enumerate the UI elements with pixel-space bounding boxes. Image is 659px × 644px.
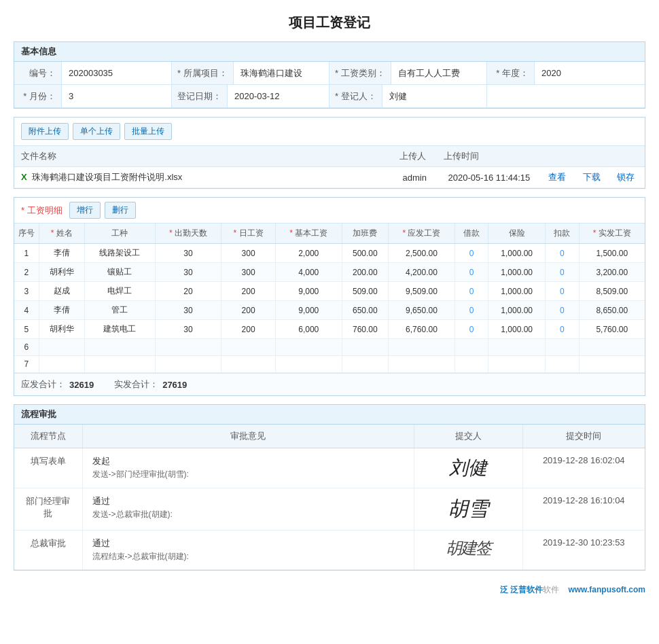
basic-info-header: 基本信息 (14, 42, 645, 62)
opinion-sub: 发送->部门经理审批(胡雪): (92, 469, 404, 480)
approval-time: 2019-12-30 10:23:53 (522, 531, 645, 570)
wage-overtime: 200.00 (342, 263, 389, 282)
wage-overtime: 509.00 (342, 282, 389, 301)
footer-url: www.fanpusoft.com (568, 585, 645, 594)
wage-col-days: * 出勤天数 (155, 223, 221, 244)
wage-insurance (488, 339, 546, 356)
reg-date-cell: 登记日期： 2020-03-12 (172, 85, 330, 108)
wage-overtime (342, 356, 389, 373)
wage-deduct (546, 356, 580, 373)
wage-base (275, 356, 342, 373)
wage-name: 赵成 (39, 282, 85, 301)
attach-toolbar: 附件上传 单个上传 批量上传 (14, 118, 645, 146)
wage-insurance: 1,000.00 (488, 320, 546, 339)
wage-type: 镶贴工 (85, 263, 156, 282)
wage-type: 管工 (85, 301, 156, 320)
opinion-main: 通过 (92, 537, 404, 550)
wage-seq: 1 (14, 244, 39, 263)
attach-time: 2020-05-16 11:44:15 (437, 167, 542, 188)
del-row-btn[interactable]: 删行 (105, 202, 136, 219)
approval-table: 流程节点 审批意见 提交人 提交时间 填写表单 发起 发送->部门经理审批(胡雪… (14, 425, 645, 570)
wage-loan: 0 (455, 301, 488, 320)
opinion-sub: 发送->总裁审批(胡建): (92, 509, 404, 520)
attach-btn[interactable]: 附件上传 (21, 123, 69, 140)
attach-col-uploader: 上传人 (393, 146, 437, 167)
wage-daily: 200 (221, 282, 276, 301)
wage-row: 4 李倩 管工 30 200 9,000 650.00 9,650.00 0 1… (14, 301, 645, 320)
actual-summary-value: 27619 (162, 380, 187, 390)
add-row-btn[interactable]: 增行 (69, 202, 101, 219)
attach-save[interactable]: 锁存 (610, 167, 645, 188)
registrar-cell: * 登记人： 刘健 (330, 85, 487, 108)
month-label: * 月份： (14, 85, 62, 107)
due-summary: 应发合计： 32619 (21, 378, 94, 391)
wage-due (389, 339, 455, 356)
wage-name: 李倩 (39, 244, 85, 263)
wage-days: 20 (155, 282, 221, 301)
attach-col-act3 (610, 146, 645, 167)
opinion-main: 通过 (92, 495, 404, 507)
id-label: 编号： (14, 62, 62, 84)
batch-upload-btn[interactable]: 批量上传 (124, 123, 172, 140)
approval-row: 部门经理审批 通过 发送->总裁审批(胡建): 胡雪 2019-12-28 16… (14, 488, 645, 531)
wage-seq: 4 (14, 301, 39, 320)
reg-date-label: 登记日期： (172, 85, 228, 107)
wage-row: 2 胡利华 镶贴工 30 300 4,000 200.00 4,200.00 0… (14, 263, 645, 282)
wage-due: 2,500.00 (389, 244, 455, 263)
attach-download[interactable]: 下载 (576, 167, 611, 188)
attach-col-time: 上传时间 (437, 146, 542, 167)
view-link[interactable]: 查看 (548, 172, 566, 182)
wage-insurance: 1,000.00 (488, 244, 546, 263)
wage-col-actual: * 实发工资 (579, 223, 645, 244)
download-link[interactable]: 下载 (583, 172, 601, 182)
wage-type: 建筑电工 (85, 320, 156, 339)
wage-due: 9,509.00 (389, 282, 455, 301)
wage-col-deduct: 扣款 (546, 223, 580, 244)
wage-type-value: 自有工人人工费 (391, 63, 486, 84)
wage-actual: 8,650.00 (579, 301, 645, 320)
wage-seq: 2 (14, 263, 39, 282)
wage-base: 9,000 (275, 301, 342, 320)
approval-col-submitter: 提交人 (414, 425, 522, 448)
attach-view[interactable]: 查看 (541, 167, 576, 188)
single-upload-btn[interactable]: 单个上传 (73, 123, 120, 140)
footer: 泛 泛普软件软件 www.fanpusoft.com (14, 579, 645, 601)
wage-type: 电焊工 (85, 282, 156, 301)
wage-base: 6,000 (275, 320, 342, 339)
wage-loan: 0 (455, 282, 488, 301)
attach-filename: X 珠海鹤港口建设项目工资附件说明.xlsx (14, 167, 393, 188)
wage-name: 胡利华 (39, 320, 85, 339)
wage-type (85, 339, 156, 356)
empty-cell (487, 85, 645, 108)
wage-deduct: 0 (546, 282, 580, 301)
wage-base: 2,000 (275, 244, 342, 263)
year-label: * 年度： (487, 62, 535, 84)
month-value: 3 (62, 87, 171, 105)
wage-days: 30 (155, 320, 221, 339)
save-link[interactable]: 锁存 (617, 172, 635, 182)
approval-col-opinion: 审批意见 (82, 425, 414, 448)
wage-table-scroll[interactable]: 序号 * 姓名 工种 * 出勤天数 * 日工资 * 基本工资 加班费 * 应发工… (14, 223, 645, 373)
approval-node: 总裁审批 (14, 531, 82, 570)
wage-name (39, 356, 85, 373)
wage-actual (579, 339, 645, 356)
project-value: 珠海鹤港口建设 (234, 63, 329, 84)
wage-base: 9,000 (275, 282, 342, 301)
wage-overtime (342, 339, 389, 356)
reg-date-value: 2020-03-12 (228, 87, 329, 105)
wage-days (155, 339, 221, 356)
wage-name: 胡利华 (39, 263, 85, 282)
wage-col-daily: * 日工资 (221, 223, 276, 244)
due-summary-value: 32619 (69, 380, 94, 390)
registrar-label: * 登记人： (330, 85, 382, 107)
wage-due: 9,650.00 (389, 301, 455, 320)
attach-col-act1 (541, 146, 576, 167)
wage-daily (221, 356, 276, 373)
wage-row: 7 (14, 356, 645, 373)
wage-col-overtime: 加班费 (342, 223, 389, 244)
wage-type: 线路架设工 (85, 244, 156, 263)
wage-seq: 7 (14, 356, 39, 373)
wage-detail-label: * 工资明细 (21, 204, 63, 217)
wage-col-base: * 基本工资 (275, 223, 342, 244)
approval-time: 2019-12-28 16:10:04 (522, 488, 645, 531)
